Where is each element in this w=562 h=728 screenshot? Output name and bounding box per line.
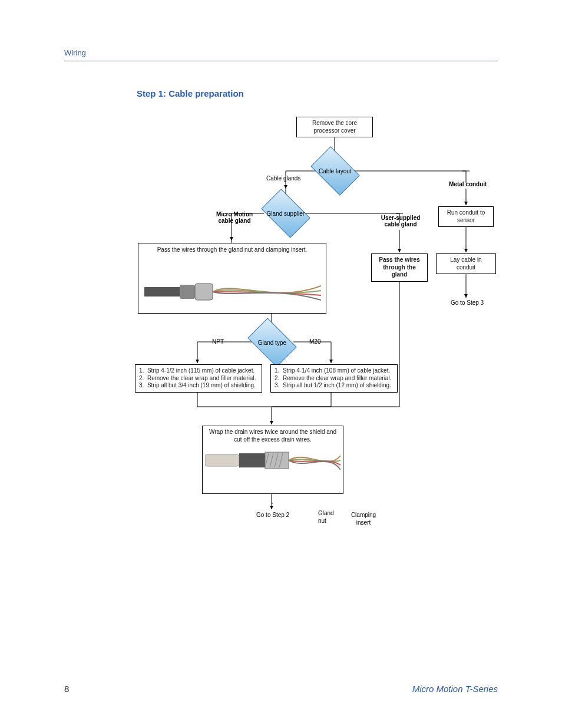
box-mm-pass-wires: Pass the wires through the gland nut and… [138, 243, 326, 314]
cable-gland-illustration [144, 274, 321, 309]
drain-wrap-illustration [205, 446, 340, 477]
goto-step-3: Go to Step 3 [451, 299, 484, 306]
m20-step-1: Strip 4-1/4 inch (108 mm) of cable jacke… [283, 367, 390, 374]
page-number: 8 [64, 684, 69, 694]
box-wrap-drain: Wrap the drain wires twice around the sh… [202, 426, 343, 494]
goto-step-2: Go to Step 2 [256, 512, 289, 518]
step-title: Step 1: Cable preparation [137, 88, 244, 98]
box-user-pass-wires: Pass the wires through the gland [371, 253, 428, 282]
branch-user-gland: User-supplied cable gland [380, 215, 421, 228]
decision-gland-supplier-label: Gland supplier [256, 210, 315, 218]
doc-title: Micro Motion T-Series [412, 684, 498, 694]
mm-pass-text: Pass the wires through the gland nut and… [143, 246, 321, 254]
box-lay-cable: Lay cable in conduit [436, 253, 496, 274]
m20-step-2: Remove the clear wrap and filler materia… [283, 375, 392, 381]
decision-cable-layout: Cable layout [310, 146, 359, 195]
callout-gland-nut: Gland nut [318, 510, 334, 525]
wrap-text: Wrap the drain wires twice around the sh… [206, 429, 339, 443]
svg-rect-19 [205, 454, 239, 466]
branch-mm-gland: Micro Motion cable gland [211, 211, 258, 224]
decision-gland-type-label: Gland type [243, 340, 302, 347]
box-m20-steps: 1. Strip 4-1/4 inch (108 mm) of cable ja… [270, 364, 398, 393]
box-npt-steps: 1. Strip 4-1/2 inch (115 mm) of cable ja… [135, 364, 262, 393]
svg-rect-20 [239, 453, 265, 467]
box-run-conduit: Run conduit to sensor [438, 206, 494, 227]
branch-m20: M20 [309, 338, 320, 345]
npt-step-1: Strip 4-1/2 inch (115 mm) of cable jacke… [147, 367, 254, 374]
decision-gland-supplier: Gland supplier [261, 189, 310, 238]
branch-cable-glands: Cable glands [266, 175, 300, 182]
svg-rect-21 [265, 452, 289, 469]
m20-step-3: Strip all but 1/2 inch (12 mm) of shield… [283, 382, 391, 388]
decision-cable-layout-label: Cable layout [306, 168, 365, 176]
step-start: Remove the core processor cover [296, 117, 373, 137]
svg-rect-17 [180, 285, 195, 299]
branch-metal-conduit: Metal conduit [449, 181, 487, 187]
decision-gland-type: Gland type [247, 318, 296, 367]
header-rule [64, 61, 498, 61]
branch-npt: NPT [212, 338, 224, 345]
npt-step-2: Remove the clear wrap and filler materia… [147, 375, 256, 381]
svg-rect-16 [144, 287, 180, 297]
header-section: Wiring [64, 48, 498, 60]
npt-step-3: Strip all but 3/4 inch (19 mm) of shield… [147, 382, 256, 388]
svg-rect-18 [195, 284, 213, 300]
callout-clamping-insert: Clamping insert [349, 512, 378, 526]
